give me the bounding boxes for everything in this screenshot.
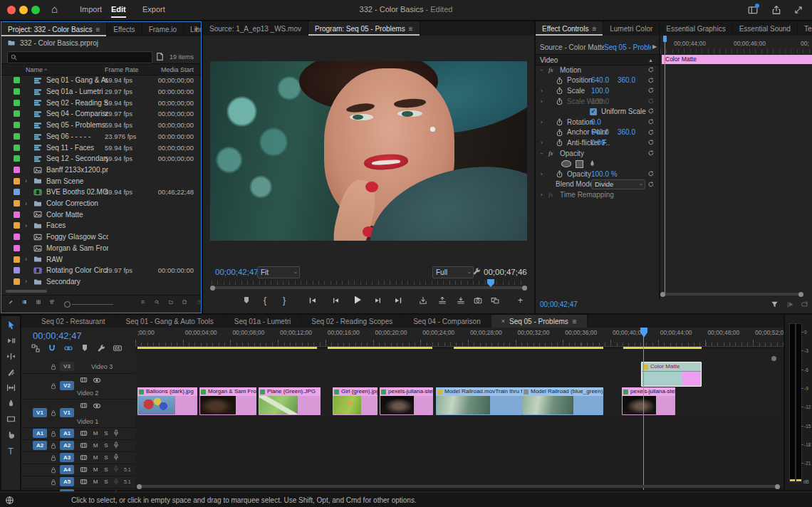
tab-effects[interactable]: Effects xyxy=(107,22,142,36)
twirl-chevron-icon[interactable]: › xyxy=(541,98,546,105)
tool-selection[interactable] xyxy=(6,320,16,330)
track-target-a3[interactable]: A3 xyxy=(60,453,74,462)
mark-in-button[interactable]: { xyxy=(264,296,266,305)
track-target-a1[interactable]: A1 xyxy=(60,429,74,438)
label-color-swatch[interactable] xyxy=(14,155,20,162)
audio-lane[interactable] xyxy=(135,452,784,465)
column-media-start[interactable]: Media Start xyxy=(161,66,194,73)
effect-row-masks[interactable] xyxy=(536,158,658,169)
property-value[interactable]: 100.0 xyxy=(591,98,609,105)
sort-icon[interactable] xyxy=(141,300,145,308)
timeline-hscrollbar[interactable] xyxy=(138,485,776,488)
close-tab-icon[interactable]: × xyxy=(501,318,505,325)
project-item-row[interactable]: Seq 02 - Reading Scopes59.94 fps00;00;00… xyxy=(1,97,201,108)
button-editor-plus[interactable]: + xyxy=(518,296,523,305)
stopwatch-keyframe-icon[interactable] xyxy=(556,129,563,137)
project-item-row[interactable]: Color Matte xyxy=(1,209,201,220)
stopwatch-keyframe-icon[interactable] xyxy=(556,98,563,105)
go-to-out-button[interactable] xyxy=(394,296,402,305)
track-header-v2[interactable]: V2Video 2 xyxy=(21,373,135,399)
scrubber-left-handle[interactable] xyxy=(210,286,215,291)
twirl-chevron-icon[interactable]: › xyxy=(541,119,546,125)
track-header-a3[interactable]: A3MS xyxy=(21,451,135,464)
reset-parameter-icon[interactable] xyxy=(647,108,655,115)
label-color-swatch[interactable] xyxy=(14,189,20,195)
reset-parameter-icon[interactable] xyxy=(647,139,655,146)
rect-mask-icon[interactable] xyxy=(576,160,583,168)
project-item-row[interactable]: Seq 04 - Comparison29.97 fps00;00;00;00 xyxy=(1,108,201,120)
share-icon[interactable] xyxy=(771,5,781,15)
tool-type[interactable]: T xyxy=(8,446,14,456)
project-item-row[interactable]: Seq 01 - Gang & Auto Tools59.94 fps00;00… xyxy=(1,75,201,86)
filter-bin-icon[interactable] xyxy=(155,52,165,61)
effect-row-anchor-point[interactable]: Anchor Point640.0360.0 xyxy=(536,127,658,138)
timeline-clip[interactable]: Balloons (dark).jpg xyxy=(137,387,197,415)
tool-rectangle[interactable] xyxy=(6,414,16,424)
reset-parameter-icon[interactable] xyxy=(647,87,655,94)
voiceover-record-icon[interactable] xyxy=(113,454,120,461)
icon-view-icon[interactable] xyxy=(36,300,41,308)
play-button[interactable] xyxy=(353,295,363,305)
label-color-swatch[interactable] xyxy=(14,167,20,173)
go-to-in-button[interactable] xyxy=(308,296,317,305)
timeline-tab-seq-01a-lumetri[interactable]: Seq 01a - Lumetri xyxy=(224,315,302,328)
label-color-swatch[interactable] xyxy=(14,211,20,218)
mute-button[interactable]: M xyxy=(92,430,99,437)
disclosure-chevron-icon[interactable]: › xyxy=(25,222,27,229)
track-visibility-icon[interactable] xyxy=(93,376,101,384)
reset-parameter-icon[interactable] xyxy=(647,98,655,105)
property-value[interactable]: 0.0 xyxy=(591,118,601,126)
solo-button[interactable]: S xyxy=(103,430,110,437)
tab-overflow-chevron[interactable]: » xyxy=(194,25,198,33)
lock-icon[interactable] xyxy=(50,430,57,437)
new-item-icon[interactable] xyxy=(182,300,187,308)
color-matte-clip[interactable]: Color Matte xyxy=(641,362,702,387)
scrubber-right-handle[interactable] xyxy=(522,286,527,291)
tool-slip[interactable] xyxy=(6,383,16,392)
play-in-out-icon[interactable] xyxy=(786,300,794,308)
project-item-row[interactable]: Seq 12 - Secondary59.94 fps00;00;00;00 xyxy=(1,153,201,164)
lock-icon[interactable] xyxy=(50,454,57,461)
project-item-row[interactable]: Seq 01a - Lumetri29.97 fps00:00:00:00 xyxy=(1,86,201,98)
project-item-row[interactable]: ›Faces xyxy=(1,220,201,231)
project-item-row[interactable]: BVE Booths 02.MOV59.94 fps00;46;22;48 xyxy=(1,187,201,198)
twirl-chevron-icon[interactable]: › xyxy=(541,140,546,146)
track-display-icon[interactable] xyxy=(80,454,88,461)
track-display-icon[interactable] xyxy=(80,478,88,486)
effect-row-position[interactable]: Position640.0360.0 xyxy=(536,75,658,86)
effect-scroll-left-handle[interactable] xyxy=(660,292,665,297)
disclosure-chevron-icon[interactable]: › xyxy=(25,177,27,184)
fullscreen-icon[interactable] xyxy=(793,5,803,15)
property-value[interactable]: 0.00 xyxy=(591,139,605,147)
track-header-v3[interactable]: V3Video 3 xyxy=(21,360,135,374)
comparison-view-button[interactable] xyxy=(491,296,499,305)
track-header-v1[interactable]: V1V1Video 1 xyxy=(21,399,135,428)
disclosure-chevron-icon[interactable]: › xyxy=(25,256,27,263)
disclosure-chevron-icon[interactable]: › xyxy=(25,200,27,207)
lock-icon[interactable] xyxy=(50,466,57,474)
lock-icon[interactable] xyxy=(50,442,57,449)
voiceover-record-icon[interactable] xyxy=(113,441,120,449)
find-icon[interactable] xyxy=(155,300,159,308)
tab-program-monitor[interactable]: Program: Seq 05 - Problems≡ xyxy=(308,21,420,36)
audio-lane[interactable] xyxy=(135,464,784,477)
property-value[interactable]: 360.0 xyxy=(618,128,635,136)
zoom-level-dropdown[interactable]: Fit› xyxy=(257,266,300,278)
lock-icon[interactable] xyxy=(50,382,57,390)
loop-icon[interactable] xyxy=(801,300,808,308)
search-input[interactable] xyxy=(7,51,152,63)
tab-lumetri-color[interactable]: Lumetri Color xyxy=(603,21,660,36)
pen-mask-icon[interactable] xyxy=(588,160,596,167)
extract-button[interactable] xyxy=(457,296,465,305)
playback-resolution-dropdown[interactable]: Full› xyxy=(432,266,474,278)
timeline-tab-seq-05-problems[interactable]: ×Seq 05 - Problems≡ xyxy=(491,315,588,328)
track-target-a2[interactable]: A2 xyxy=(60,441,74,450)
tab-essential-sound[interactable]: Essential Sound xyxy=(733,21,798,36)
timeline-clip[interactable]: pexels-juliana-stein- xyxy=(622,387,675,415)
effect-row-time-remapping[interactable]: ›fxTime Remapping xyxy=(536,189,658,200)
twirl-chevron-icon[interactable]: › xyxy=(541,88,546,94)
twirl-chevron-icon[interactable]: › xyxy=(541,192,546,198)
stopwatch-keyframe-icon[interactable] xyxy=(556,118,563,126)
twirl-chevron-icon[interactable]: › xyxy=(541,150,546,157)
track-display-icon[interactable] xyxy=(80,402,88,409)
